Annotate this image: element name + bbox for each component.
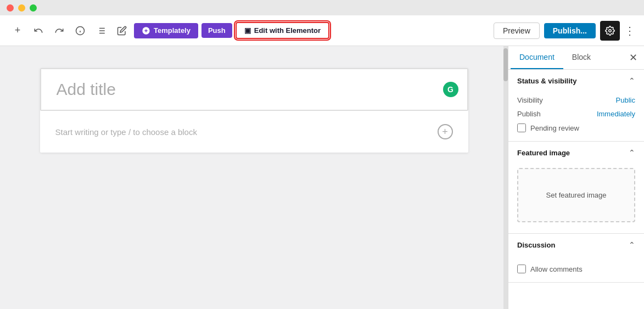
publish-label: Publish bbox=[517, 110, 541, 118]
publish-row: Publish Immediately bbox=[517, 110, 635, 118]
pending-review-row: Pending review bbox=[517, 123, 635, 132]
discussion-header[interactable]: Discussion ⌃ bbox=[508, 234, 644, 256]
status-visibility-section: Status & visibility ⌃ Visibility Public … bbox=[508, 70, 644, 142]
svg-point-10 bbox=[609, 29, 612, 32]
preview-label: Preview bbox=[503, 26, 530, 35]
discussion-section: Discussion ⌃ Allow comments bbox=[508, 234, 644, 283]
status-visibility-header[interactable]: Status & visibility ⌃ bbox=[508, 70, 644, 92]
allow-comments-checkbox[interactable] bbox=[517, 265, 526, 273]
right-sidebar: Document Block ✕ Status & visibility ⌃ V… bbox=[508, 46, 644, 309]
title-area: G bbox=[40, 68, 468, 111]
publish-value[interactable]: Immediately bbox=[597, 110, 635, 118]
add-block-toolbar-button[interactable]: + bbox=[9, 22, 26, 40]
set-featured-image-button[interactable]: Set featured image bbox=[517, 168, 635, 222]
allow-comments-label: Allow comments bbox=[530, 265, 583, 273]
discussion-content: Allow comments bbox=[508, 256, 644, 282]
elementor-label: Edit with Elementor bbox=[254, 26, 321, 35]
editor-placeholder: Start writing or type / to choose a bloc… bbox=[55, 127, 197, 137]
toolbar-left: + Templately Push ▣ Edit with Elementor bbox=[9, 22, 489, 40]
settings-button[interactable] bbox=[600, 21, 620, 41]
tab-block[interactable]: Block bbox=[563, 46, 600, 69]
traffic-light-green[interactable] bbox=[30, 4, 37, 12]
chevron-up-icon: ⌃ bbox=[629, 76, 635, 85]
editor-content: G Start writing or type / to choose a bl… bbox=[40, 68, 468, 153]
templately-button[interactable]: Templately bbox=[134, 23, 198, 38]
tab-document[interactable]: Document bbox=[511, 46, 563, 69]
edit-elementor-button[interactable]: ▣ Edit with Elementor bbox=[236, 22, 329, 39]
edit-mode-button[interactable] bbox=[113, 22, 131, 40]
visibility-row: Visibility Public bbox=[517, 96, 635, 104]
publish-button[interactable]: Publish... bbox=[544, 23, 596, 38]
publish-label: Publish... bbox=[553, 26, 587, 35]
traffic-light-red[interactable] bbox=[7, 4, 14, 12]
visibility-label: Visibility bbox=[517, 96, 543, 104]
sidebar-header: Document Block ✕ bbox=[508, 46, 644, 70]
chevron-up-icon-2: ⌃ bbox=[629, 148, 635, 157]
info-button[interactable] bbox=[71, 22, 89, 40]
push-button[interactable]: Push bbox=[201, 23, 232, 38]
editor-area: G Start writing or type / to choose a bl… bbox=[0, 46, 508, 309]
redo-button[interactable] bbox=[51, 22, 68, 40]
main-layout: G Start writing or type / to choose a bl… bbox=[0, 46, 644, 309]
status-visibility-title: Status & visibility bbox=[517, 77, 576, 85]
editor-body: Start writing or type / to choose a bloc… bbox=[40, 111, 468, 153]
scroll-thumb[interactable] bbox=[503, 48, 508, 81]
chevron-up-icon-3: ⌃ bbox=[629, 240, 635, 249]
discussion-title: Discussion bbox=[517, 241, 555, 249]
title-input[interactable] bbox=[57, 80, 452, 99]
traffic-light-yellow[interactable] bbox=[18, 4, 25, 12]
title-bar bbox=[0, 0, 644, 15]
grammarly-icon: G bbox=[443, 82, 458, 97]
push-label: Push bbox=[208, 26, 226, 35]
scrollbar[interactable] bbox=[503, 46, 508, 309]
toolbar-right: Preview Publish... ⋮ bbox=[494, 21, 635, 41]
status-visibility-content: Visibility Public Publish Immediately Pe… bbox=[508, 92, 644, 141]
sidebar-close-button[interactable]: ✕ bbox=[625, 47, 642, 68]
visibility-value[interactable]: Public bbox=[616, 96, 635, 104]
undo-button[interactable] bbox=[30, 22, 47, 40]
featured-image-section: Featured image ⌃ Set featured image bbox=[508, 142, 644, 234]
more-options-button[interactable]: ⋮ bbox=[624, 24, 635, 37]
set-featured-image-label: Set featured image bbox=[546, 191, 607, 199]
featured-image-title: Featured image bbox=[517, 149, 570, 157]
add-block-button[interactable]: + bbox=[438, 124, 453, 139]
elementor-icon: ▣ bbox=[244, 26, 251, 35]
allow-comments-row: Allow comments bbox=[517, 265, 635, 273]
pending-review-checkbox[interactable] bbox=[517, 123, 526, 132]
templately-label: Templately bbox=[154, 26, 191, 35]
featured-image-header[interactable]: Featured image ⌃ bbox=[508, 142, 644, 164]
list-view-button[interactable] bbox=[92, 22, 110, 40]
featured-image-content: Set featured image bbox=[508, 164, 644, 233]
preview-button[interactable]: Preview bbox=[494, 23, 540, 39]
pending-review-label: Pending review bbox=[530, 124, 579, 132]
toolbar: + Templately Push ▣ Edit with Elementor bbox=[0, 15, 644, 46]
